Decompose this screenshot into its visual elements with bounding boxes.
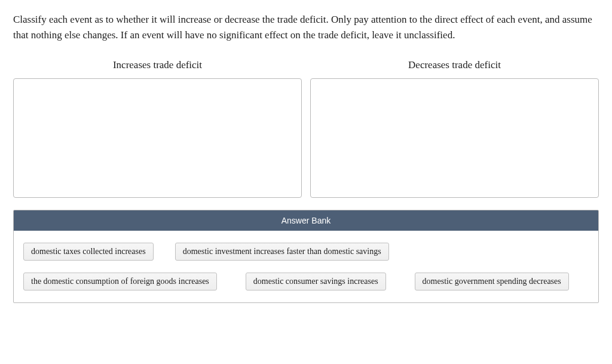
decreases-label: Decreases trade deficit bbox=[310, 59, 599, 71]
decreases-column: Decreases trade deficit bbox=[310, 59, 599, 198]
answer-item-taxes[interactable]: domestic taxes collected increases bbox=[23, 243, 154, 261]
answer-bank-header: Answer Bank bbox=[14, 210, 598, 231]
answer-row-1: domestic taxes collected increases domes… bbox=[23, 243, 589, 261]
decreases-drop-area[interactable] bbox=[310, 78, 599, 198]
answer-item-consumption[interactable]: the domestic consumption of foreign good… bbox=[23, 273, 217, 290]
question-instructions: Classify each event as to whether it wil… bbox=[13, 12, 599, 42]
answer-item-spending[interactable]: domestic government spending decreases bbox=[415, 273, 569, 290]
answer-bank-body: domestic taxes collected increases domes… bbox=[14, 231, 598, 302]
drop-zones-container: Increases trade deficit Decreases trade … bbox=[13, 59, 599, 198]
answer-bank: Answer Bank domestic taxes collected inc… bbox=[13, 210, 599, 303]
answer-item-investment[interactable]: domestic investment increases faster tha… bbox=[175, 243, 389, 261]
increases-column: Increases trade deficit bbox=[13, 59, 302, 198]
answer-row-2: the domestic consumption of foreign good… bbox=[23, 273, 589, 290]
increases-label: Increases trade deficit bbox=[13, 59, 302, 71]
increases-drop-area[interactable] bbox=[13, 78, 302, 198]
answer-item-savings[interactable]: domestic consumer savings increases bbox=[246, 273, 386, 290]
